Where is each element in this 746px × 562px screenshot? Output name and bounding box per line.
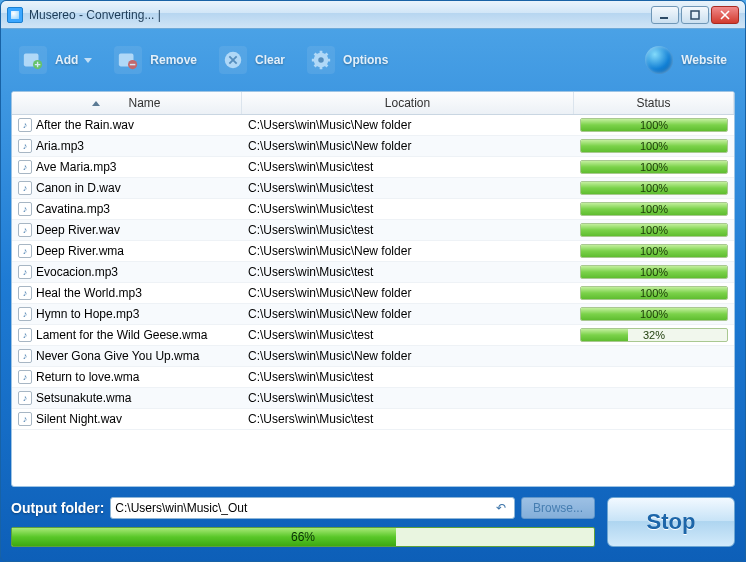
file-name: Lament for the Wild Geese.wma <box>36 328 207 342</box>
file-location: C:\Users\win\Music\test <box>242 265 574 279</box>
website-button[interactable]: Website <box>645 46 727 74</box>
file-location: C:\Users\win\Music\test <box>242 391 574 405</box>
remove-label: Remove <box>150 53 197 67</box>
remove-button[interactable]: Remove <box>114 46 197 74</box>
music-file-icon <box>18 139 32 153</box>
file-name: Canon in D.wav <box>36 181 121 195</box>
output-folder-row: Output folder: ↶ Browse... <box>11 497 595 519</box>
table-row[interactable]: Deep River.wavC:\Users\win\Music\test100… <box>12 220 734 241</box>
file-status: 100% <box>574 160 734 174</box>
file-location: C:\Users\win\Music\test <box>242 223 574 237</box>
file-name: Silent Night.wav <box>36 412 122 426</box>
header-status[interactable]: Status <box>574 92 734 114</box>
toolbar: Add Remove Clear Options Website <box>11 39 735 81</box>
music-file-icon <box>18 412 32 426</box>
maximize-button[interactable] <box>681 6 709 24</box>
close-button[interactable] <box>711 6 739 24</box>
music-file-icon <box>18 181 32 195</box>
column-headers: Name Location Status <box>12 92 734 115</box>
file-name: Return to love.wma <box>36 370 139 384</box>
header-location[interactable]: Location <box>242 92 574 114</box>
header-name[interactable]: Name <box>12 92 242 114</box>
file-name: Deep River.wma <box>36 244 124 258</box>
browse-button[interactable]: Browse... <box>521 497 595 519</box>
overall-progress: 66% <box>11 527 595 547</box>
table-row[interactable]: Hymn to Hope.mp3C:\Users\win\Music\New f… <box>12 304 734 325</box>
file-name: Heal the World.mp3 <box>36 286 142 300</box>
minimize-button[interactable] <box>651 6 679 24</box>
file-location: C:\Users\win\Music\New folder <box>242 307 574 321</box>
output-folder-field[interactable]: ↶ <box>110 497 515 519</box>
titlebar[interactable]: Musereo - Converting... | <box>1 1 745 29</box>
table-row[interactable]: Aria.mp3C:\Users\win\Music\New folder100… <box>12 136 734 157</box>
file-name: Cavatina.mp3 <box>36 202 110 216</box>
file-status: 100% <box>574 244 734 258</box>
output-folder-label: Output folder: <box>11 500 104 516</box>
window-title: Musereo - Converting... | <box>29 8 651 22</box>
table-row[interactable]: Never Gona Give You Up.wmaC:\Users\win\M… <box>12 346 734 367</box>
website-label: Website <box>681 53 727 67</box>
clear-button[interactable]: Clear <box>219 46 285 74</box>
file-location: C:\Users\win\Music\test <box>242 181 574 195</box>
file-location: C:\Users\win\Music\test <box>242 412 574 426</box>
stop-button[interactable]: Stop <box>607 497 735 547</box>
music-file-icon <box>18 265 32 279</box>
sort-asc-icon <box>92 101 100 106</box>
gear-icon <box>307 46 335 74</box>
file-status: 100% <box>574 118 734 132</box>
clear-label: Clear <box>255 53 285 67</box>
table-row[interactable]: Return to love.wmaC:\Users\win\Music\tes… <box>12 367 734 388</box>
music-file-icon <box>18 307 32 321</box>
rows-container[interactable]: After the Rain.wavC:\Users\win\Music\New… <box>12 115 734 486</box>
remove-icon <box>114 46 142 74</box>
file-name: Evocacion.mp3 <box>36 265 118 279</box>
svg-point-8 <box>318 57 324 63</box>
table-row[interactable]: Canon in D.wavC:\Users\win\Music\test100… <box>12 178 734 199</box>
file-name: Setsunakute.wma <box>36 391 131 405</box>
file-status: 100% <box>574 139 734 153</box>
app-icon <box>7 7 23 23</box>
file-location: C:\Users\win\Music\New folder <box>242 286 574 300</box>
file-location: C:\Users\win\Music\New folder <box>242 118 574 132</box>
dropdown-icon <box>84 58 92 63</box>
undo-icon[interactable]: ↶ <box>492 499 510 517</box>
table-row[interactable]: Deep River.wmaC:\Users\win\Music\New fol… <box>12 241 734 262</box>
file-name: After the Rain.wav <box>36 118 134 132</box>
file-location: C:\Users\win\Music\test <box>242 328 574 342</box>
file-status: 100% <box>574 223 734 237</box>
music-file-icon <box>18 118 32 132</box>
file-name: Aria.mp3 <box>36 139 84 153</box>
overall-progress-label: 66% <box>12 528 594 546</box>
clear-icon <box>219 46 247 74</box>
options-button[interactable]: Options <box>307 46 388 74</box>
add-label: Add <box>55 53 78 67</box>
table-row[interactable]: Setsunakute.wmaC:\Users\win\Music\test <box>12 388 734 409</box>
table-row[interactable]: After the Rain.wavC:\Users\win\Music\New… <box>12 115 734 136</box>
file-name: Never Gona Give You Up.wma <box>36 349 199 363</box>
file-status: 100% <box>574 286 734 300</box>
file-status: 100% <box>574 202 734 216</box>
add-button[interactable]: Add <box>19 46 92 74</box>
table-row[interactable]: Lament for the Wild Geese.wmaC:\Users\wi… <box>12 325 734 346</box>
file-name: Deep River.wav <box>36 223 120 237</box>
file-list: Name Location Status After the Rain.wavC… <box>11 91 735 487</box>
table-row[interactable]: Heal the World.mp3C:\Users\win\Music\New… <box>12 283 734 304</box>
table-row[interactable]: Silent Night.wavC:\Users\win\Music\test <box>12 409 734 430</box>
music-file-icon <box>18 244 32 258</box>
file-location: C:\Users\win\Music\test <box>242 370 574 384</box>
music-file-icon <box>18 160 32 174</box>
file-status: 32% <box>574 328 734 342</box>
table-row[interactable]: Ave Maria.mp3C:\Users\win\Music\test100% <box>12 157 734 178</box>
table-row[interactable]: Cavatina.mp3C:\Users\win\Music\test100% <box>12 199 734 220</box>
file-name: Hymn to Hope.mp3 <box>36 307 139 321</box>
table-row[interactable]: Evocacion.mp3C:\Users\win\Music\test100% <box>12 262 734 283</box>
output-folder-input[interactable] <box>115 501 492 515</box>
music-file-icon <box>18 349 32 363</box>
file-location: C:\Users\win\Music\New folder <box>242 139 574 153</box>
options-label: Options <box>343 53 388 67</box>
svg-rect-0 <box>660 17 668 19</box>
music-file-icon <box>18 328 32 342</box>
music-file-icon <box>18 370 32 384</box>
add-icon <box>19 46 47 74</box>
music-file-icon <box>18 391 32 405</box>
